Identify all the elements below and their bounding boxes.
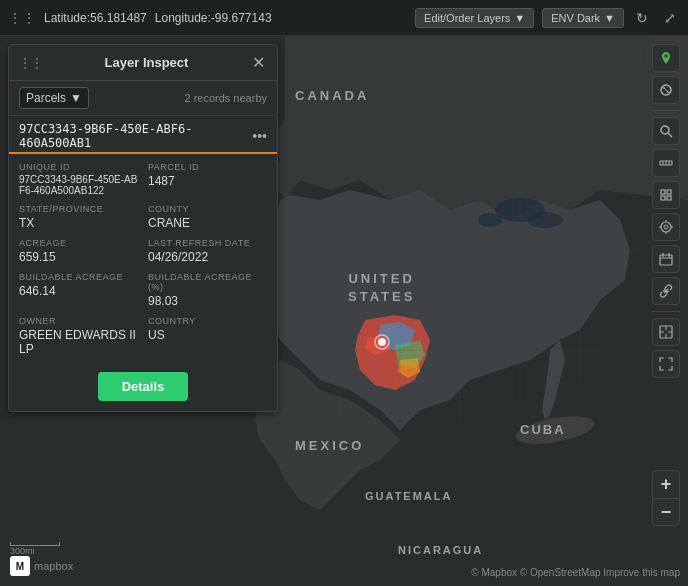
feature-id-text: 97CC3343-9B6F-450E-ABF6-460A500AB1 xyxy=(19,122,252,150)
zoom-in-button[interactable]: + xyxy=(652,470,680,498)
svg-line-19 xyxy=(664,88,668,92)
details-button[interactable]: Details xyxy=(98,372,189,401)
search-icon xyxy=(659,124,673,138)
feature-id-row: 97CC3343-9B6F-450E-ABF6-460A500AB1 ••• xyxy=(9,116,277,154)
properties-grid: UNIQUE ID 97CC3343-9B6F-450E-ABF6-460A50… xyxy=(9,154,277,364)
env-dropdown-icon: ▼ xyxy=(604,12,615,24)
frame-icon xyxy=(659,188,673,202)
ruler-button[interactable] xyxy=(652,149,680,177)
panel-drag-handle: ⋮⋮ xyxy=(19,56,43,70)
top-bar: ⋮⋮ Latitude:56.181487 Longitude:-99.6771… xyxy=(0,0,688,36)
map-attribution: © Mapbox © OpenStreetMap Improve this ma… xyxy=(471,567,680,578)
panel-header: ⋮⋮ Layer Inspect ✕ xyxy=(9,45,277,81)
refresh-button[interactable]: ↻ xyxy=(632,8,652,28)
svg-point-15 xyxy=(665,55,668,58)
prop-state-province: STATE/PROVINCE TX xyxy=(19,204,138,230)
edit-order-layers-button[interactable]: Edit/Order Layers ▼ xyxy=(415,8,534,28)
frame-button[interactable] xyxy=(652,181,680,209)
toolbar-separator-2 xyxy=(652,311,680,312)
details-btn-row: Details xyxy=(9,364,277,411)
svg-point-13 xyxy=(378,338,386,346)
dropdown-arrow-icon: ▼ xyxy=(514,12,525,24)
svg-point-20 xyxy=(661,126,669,134)
zoom-out-button[interactable]: − xyxy=(652,498,680,526)
filter-icon xyxy=(659,83,673,97)
expand-button[interactable]: ⤢ xyxy=(660,8,680,28)
svg-point-3 xyxy=(478,213,502,227)
longitude-label: Longitude:-99.677143 xyxy=(155,11,272,25)
zoom-controls: + − xyxy=(652,470,680,526)
prop-county: COUNTY CRANE xyxy=(148,204,267,230)
fullscreen-button[interactable] xyxy=(652,350,680,378)
svg-rect-36 xyxy=(660,255,672,265)
scale-bar: 300mi xyxy=(10,542,60,556)
ruler-icon xyxy=(659,156,673,170)
prop-parcel-id: PARCEL ID 1487 xyxy=(148,162,267,196)
prop-buildable-acreage: BUILDABLE ACREAGE 646.14 xyxy=(19,272,138,308)
calendar-button[interactable] xyxy=(652,245,680,273)
svg-point-31 xyxy=(664,225,668,229)
layer-selector-row: Parcels ▼ 2 records nearby xyxy=(9,81,277,116)
search-button[interactable] xyxy=(652,117,680,145)
panel-title: Layer Inspect xyxy=(105,55,189,70)
location-icon xyxy=(659,220,673,234)
prop-unique-id: UNIQUE ID 97CC3343-9B6F-450E-ABF6-460A50… xyxy=(19,162,138,196)
svg-rect-28 xyxy=(661,196,665,200)
map-pin-icon xyxy=(659,51,673,65)
svg-rect-26 xyxy=(661,190,665,194)
svg-point-30 xyxy=(661,222,671,232)
mapbox-brand-text: mapbox xyxy=(34,560,73,572)
prop-acreage: ACREAGE 659.15 xyxy=(19,238,138,264)
svg-line-21 xyxy=(668,133,672,137)
prop-owner: OWNER GREEN EDWARDS II LP xyxy=(19,316,138,356)
records-nearby-label: 2 records nearby xyxy=(184,92,267,104)
prop-country: COUNTRY US xyxy=(148,316,267,356)
svg-rect-29 xyxy=(667,196,671,200)
mapbox-logo: M mapbox xyxy=(10,556,73,576)
expand2-icon xyxy=(659,357,673,371)
layer-dropdown[interactable]: Parcels ▼ xyxy=(19,87,89,109)
target-icon xyxy=(659,325,673,339)
link-button[interactable] xyxy=(652,277,680,305)
prop-last-refresh: LAST REFRESH DATE 04/26/2022 xyxy=(148,238,267,264)
svg-point-2 xyxy=(527,212,563,228)
target-button[interactable] xyxy=(652,318,680,346)
scale-text: 300mi xyxy=(10,546,60,556)
latitude-label: Latitude:56.181487 xyxy=(44,11,147,25)
toolbar-separator-1 xyxy=(652,110,680,111)
filter-settings-button[interactable] xyxy=(652,76,680,104)
svg-rect-27 xyxy=(667,190,671,194)
link-icon xyxy=(659,284,673,298)
right-toolbar xyxy=(652,44,680,378)
layer-inspect-panel: ⋮⋮ Layer Inspect ✕ Parcels ▼ 2 records n… xyxy=(8,44,278,412)
topbar-drag-handle: ⋮⋮ xyxy=(8,10,36,26)
map-pin-button[interactable] xyxy=(652,44,680,72)
prop-buildable-acreage-pct: BUILDABLE ACREAGE (%) 98.03 xyxy=(148,272,267,308)
location-button[interactable] xyxy=(652,213,680,241)
panel-close-button[interactable]: ✕ xyxy=(250,53,267,72)
calendar-icon xyxy=(659,252,673,266)
feature-menu-button[interactable]: ••• xyxy=(252,128,267,144)
env-dark-button[interactable]: ENV Dark ▼ xyxy=(542,8,624,28)
layer-dropdown-arrow-icon: ▼ xyxy=(70,91,82,105)
mapbox-icon: M xyxy=(10,556,30,576)
